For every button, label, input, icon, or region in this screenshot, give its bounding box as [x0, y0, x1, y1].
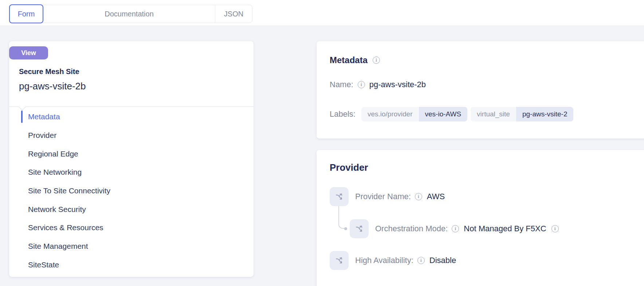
high-availability-label: High Availability: [355, 256, 413, 265]
info-icon[interactable]: i [417, 257, 425, 264]
sidebar-item-label: Services & Resources [28, 223, 103, 232]
orchestration-mode-label: Orchestration Mode: [375, 224, 448, 233]
provider-name-value: AWS [427, 192, 445, 201]
branch-arrow-icon [350, 219, 369, 238]
sidebar-item-site-networking[interactable]: Site Networking [9, 163, 254, 182]
object-name-title: pg-aws-vsite-2b [19, 81, 86, 92]
high-availability-field-row: High Availability: i Disable [330, 251, 456, 270]
sidebar-item-label: Regional Edge [28, 150, 78, 158]
sidebar-item-site-management[interactable]: Site Management [9, 237, 254, 256]
provider-section-card: Provider Provider Name: i AWS [317, 150, 644, 286]
sidebar-item-services-resources[interactable]: Services & Resources [9, 219, 254, 237]
active-indicator-bar [21, 111, 23, 123]
label-chip: virtual_site pg-aws-vsite-2 [471, 107, 573, 121]
top-bar: Form Documentation JSON [0, 0, 644, 26]
sidebar-item-label: Site Management [28, 242, 88, 251]
name-field-value: pg-aws-vsite-2b [369, 80, 426, 89]
sidebar-item-provider[interactable]: Provider [9, 126, 254, 145]
sidebar-item-metadata[interactable]: Metadata [9, 108, 254, 126]
sidebar-divider [9, 107, 254, 107]
provider-name-label: Provider Name: [355, 192, 411, 201]
sidebar-item-site-to-site-connectivity[interactable]: Site To Site Connectivity [9, 182, 254, 200]
sidebar-item-label: Site To Site Connectivity [28, 186, 110, 195]
name-field-row: Name: i pg-aws-vsite-2b [330, 77, 426, 93]
orchestration-mode-value: Not Managed By F5XC [464, 224, 546, 233]
sidebar-item-label: Metadata [28, 112, 60, 121]
metadata-section-title: Metadata [330, 55, 368, 65]
branch-arrow-icon [330, 187, 349, 206]
info-icon[interactable]: i [415, 193, 422, 200]
view-mode-badge: View [9, 46, 48, 59]
object-type-title: Secure Mesh Site [19, 67, 79, 76]
name-field-label: Name: [330, 80, 353, 89]
label-key: ves.io/provider [361, 107, 419, 121]
secure-mesh-site-view-page: Form Documentation JSON View Secure Mesh… [0, 0, 644, 286]
provider-name-field-row: Provider Name: i AWS [330, 187, 445, 206]
sidebar-item-label: Site Networking [28, 168, 82, 177]
provider-section-title: Provider [330, 162, 368, 173]
tab-documentation[interactable]: Documentation [43, 5, 215, 23]
labels-field-row: Labels: ves.io/provider ves-io-AWS virtu… [330, 106, 573, 122]
sidebar-card: View Secure Mesh Site pg-aws-vsite-2b Me… [9, 41, 254, 277]
branch-arrow-icon [330, 251, 349, 270]
sidebar-item-label: Network Security [28, 205, 86, 214]
label-value: pg-aws-vsite-2 [516, 107, 574, 121]
label-chip: ves.io/provider ves-io-AWS [361, 107, 467, 121]
info-icon[interactable]: i [551, 225, 559, 232]
label-key: virtual_site [471, 107, 516, 121]
label-value: ves-io-AWS [419, 107, 468, 121]
tree-connector-dot [344, 227, 347, 230]
tab-json[interactable]: JSON [215, 5, 252, 23]
sidebar-item-label: Provider [28, 131, 56, 140]
metadata-section-card: Metadata i Name: i pg-aws-vsite-2b Label… [317, 41, 644, 139]
view-mode-tabset: Form Documentation JSON [9, 5, 252, 23]
sidebar-item-regional-edge[interactable]: Regional Edge [9, 144, 254, 163]
info-icon[interactable]: i [373, 57, 380, 64]
info-icon[interactable]: i [452, 225, 459, 232]
section-nav: Metadata Provider Regional Edge Site Net… [9, 108, 254, 274]
label-chip-list: ves.io/provider ves-io-AWS virtual_site … [361, 107, 574, 121]
sidebar-item-label: SiteState [28, 260, 59, 269]
sidebar-item-sitestate[interactable]: SiteState [9, 256, 254, 274]
info-icon[interactable]: i [358, 81, 365, 88]
tree-connector-line [338, 206, 346, 229]
sidebar-item-network-security[interactable]: Network Security [9, 200, 254, 219]
labels-field-label: Labels: [330, 109, 356, 119]
tab-form[interactable]: Form [9, 4, 43, 23]
high-availability-value: Disable [429, 256, 456, 265]
orchestration-mode-field-row: Orchestration Mode: i Not Managed By F5X… [350, 219, 564, 238]
